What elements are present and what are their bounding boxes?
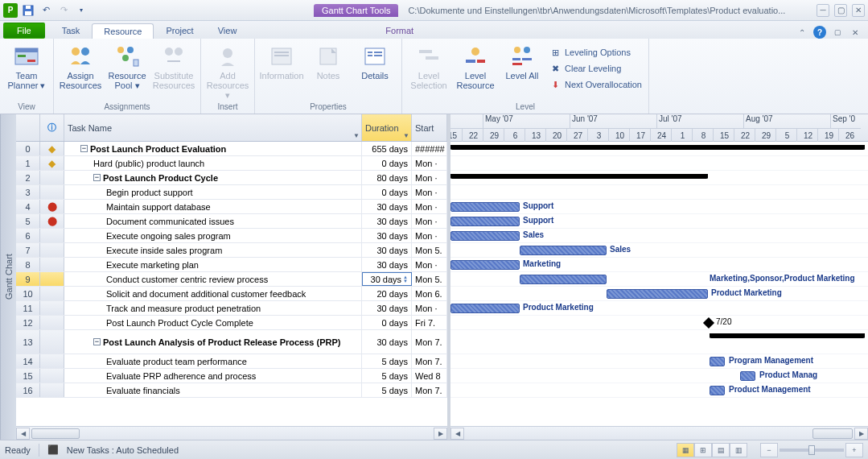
view-sidebar[interactable]: Gantt Chart xyxy=(0,114,16,440)
zoom-slider[interactable] xyxy=(780,449,844,452)
level-resource-button[interactable]: Level Resource xyxy=(454,42,497,92)
window-restore-icon[interactable]: ▢ xyxy=(831,26,844,39)
start-cell[interactable]: Mon · xyxy=(412,171,447,184)
save-icon[interactable] xyxy=(21,3,35,18)
duration-cell[interactable]: 5 days xyxy=(362,383,412,397)
grid-horizontal-scrollbar[interactable]: ◀ ▶ xyxy=(16,426,447,440)
tab-format[interactable]: Format xyxy=(373,23,426,39)
qat-customize-icon[interactable]: ▾ xyxy=(74,3,88,18)
duration-cell[interactable]: 20 days xyxy=(362,287,412,300)
duration-cell[interactable]: 0 days xyxy=(362,185,412,199)
collapse-icon[interactable]: − xyxy=(93,338,101,345)
gantt-horizontal-scrollbar[interactable]: ◀ ▶ xyxy=(450,426,868,440)
table-row[interactable]: 16Evaluate financials5 daysMon 7. xyxy=(16,383,447,398)
view-task-usage-icon[interactable]: ⊞ xyxy=(694,443,712,457)
duration-cell[interactable]: 30 days xyxy=(362,214,412,228)
row-index[interactable]: 6 xyxy=(16,229,40,242)
duration-cell[interactable]: 30 days xyxy=(362,301,412,315)
row-index[interactable]: 2 xyxy=(16,171,40,184)
gantt-body[interactable]: SupportSupportSalesSalesMarketingMarketi… xyxy=(450,142,868,426)
tab-resource[interactable]: Resource xyxy=(92,23,154,39)
chevron-down-icon[interactable]: ▼ xyxy=(353,132,360,139)
task-name-cell[interactable]: Evaluate financials xyxy=(64,383,362,397)
table-row[interactable]: 7Execute inside sales program30 daysMon … xyxy=(16,243,447,258)
table-row[interactable]: 13−Post Launch Analysis of Product Relea… xyxy=(16,330,447,354)
row-index[interactable]: 7 xyxy=(16,243,40,257)
start-cell[interactable]: Mon · xyxy=(412,200,447,213)
maximize-icon[interactable]: ▢ xyxy=(834,4,847,17)
details-button[interactable]: Details xyxy=(353,42,397,82)
grid-body[interactable]: 0◆−Post Launch Product Evaluation655 day… xyxy=(16,142,447,426)
next-overallocation-button[interactable]: ⬇Next Overallocation xyxy=(547,77,644,92)
assign-resources-button[interactable]: Assign Resources xyxy=(59,42,102,92)
table-row[interactable]: 15Evaluate PRP adherence and process5 da… xyxy=(16,369,447,383)
row-info[interactable] xyxy=(40,316,64,329)
row-index[interactable]: 8 xyxy=(16,258,40,271)
duration-cell[interactable]: 30 days xyxy=(362,229,412,242)
close-icon[interactable]: ✕ xyxy=(852,4,865,17)
tab-project[interactable]: Project xyxy=(154,23,205,39)
header-start[interactable]: Start xyxy=(412,114,447,141)
start-cell[interactable]: Mon · xyxy=(412,185,447,199)
undo-icon[interactable]: ↶ xyxy=(39,3,53,18)
row-index[interactable]: 10 xyxy=(16,287,40,300)
row-info[interactable] xyxy=(40,258,64,271)
minimize-ribbon-icon[interactable]: ⌃ xyxy=(796,26,808,39)
header-info[interactable]: ⓘ xyxy=(40,114,64,141)
task-name-cell[interactable]: Evaluate product team performance xyxy=(64,354,362,368)
task-name-cell[interactable]: Track and measure product penetration xyxy=(64,301,362,315)
row-info[interactable] xyxy=(40,287,64,300)
duration-cell[interactable]: 30 days▲▼ xyxy=(362,272,412,286)
table-row[interactable]: 9Conduct customer centric review process… xyxy=(16,272,447,287)
start-cell[interactable]: Mon · xyxy=(412,156,447,170)
row-index[interactable]: 5 xyxy=(16,214,40,228)
duration-cell[interactable]: 5 days xyxy=(362,369,412,382)
row-index[interactable]: 13 xyxy=(16,330,40,354)
tab-file[interactable]: File xyxy=(3,23,45,39)
table-row[interactable]: 3Begin product support0 daysMon · xyxy=(16,185,447,200)
table-row[interactable]: 4⬤Maintain support database30 daysMon · xyxy=(16,200,447,214)
row-index[interactable]: 0 xyxy=(16,142,40,155)
start-cell[interactable]: Mon 5. xyxy=(412,243,447,257)
row-info[interactable] xyxy=(40,229,64,242)
row-info[interactable] xyxy=(40,171,64,184)
duration-cell[interactable]: 0 days xyxy=(362,316,412,329)
view-gantt-icon[interactable]: ▦ xyxy=(677,443,694,457)
task-name-cell[interactable]: Conduct customer centric review process xyxy=(64,272,362,286)
help-icon[interactable]: ? xyxy=(813,26,826,39)
chevron-down-icon[interactable]: ▼ xyxy=(403,132,409,139)
task-name-cell[interactable]: Hard (public) product launch xyxy=(64,156,362,170)
start-cell[interactable]: Mon 6. xyxy=(412,287,447,300)
table-row[interactable]: 14Evaluate product team performance5 day… xyxy=(16,354,447,369)
start-cell[interactable]: Fri 7. xyxy=(412,316,447,329)
start-cell[interactable]: ###### xyxy=(412,142,447,155)
start-cell[interactable]: Mon · xyxy=(412,258,447,271)
row-index[interactable]: 15 xyxy=(16,369,40,382)
header-index[interactable] xyxy=(16,114,40,141)
scroll-left-icon[interactable]: ◀ xyxy=(16,428,30,440)
row-index[interactable]: 4 xyxy=(16,200,40,213)
level-all-button[interactable]: Level All xyxy=(500,42,544,82)
spinner-icon[interactable]: ▲▼ xyxy=(403,275,408,283)
task-name-cell[interactable]: Document communicated issues xyxy=(64,214,362,228)
duration-cell[interactable]: 30 days xyxy=(362,243,412,257)
start-cell[interactable]: Mon · xyxy=(412,301,447,315)
row-info[interactable] xyxy=(40,383,64,397)
leveling-options-button[interactable]: ⊞Leveling Options xyxy=(547,45,644,60)
team-planner-button[interactable]: Team Planner ▾ xyxy=(5,42,48,92)
window-close-icon[interactable]: ✕ xyxy=(849,26,862,39)
table-row[interactable]: 5⬤Document communicated issues30 daysMon… xyxy=(16,214,447,229)
duration-cell[interactable]: 0 days xyxy=(362,156,412,170)
scroll-right-icon[interactable]: ▶ xyxy=(434,428,447,440)
row-index[interactable]: 14 xyxy=(16,354,40,368)
task-name-cell[interactable]: Evaluate PRP adherence and process xyxy=(64,369,362,382)
scroll-thumb[interactable] xyxy=(31,428,80,439)
minimize-icon[interactable]: ─ xyxy=(817,4,829,17)
table-row[interactable]: 12Post Launch Product Cycle Complete0 da… xyxy=(16,316,447,330)
timescale[interactable]: May '07Jun '07Jul '07Aug '07Sep '0152229… xyxy=(450,114,868,142)
app-icon[interactable]: P xyxy=(3,3,18,18)
row-index[interactable]: 16 xyxy=(16,383,40,397)
start-cell[interactable]: Mon 5. xyxy=(412,272,447,286)
view-resource-sheet-icon[interactable]: ▥ xyxy=(730,443,747,457)
duration-cell[interactable]: 30 days xyxy=(362,330,412,354)
